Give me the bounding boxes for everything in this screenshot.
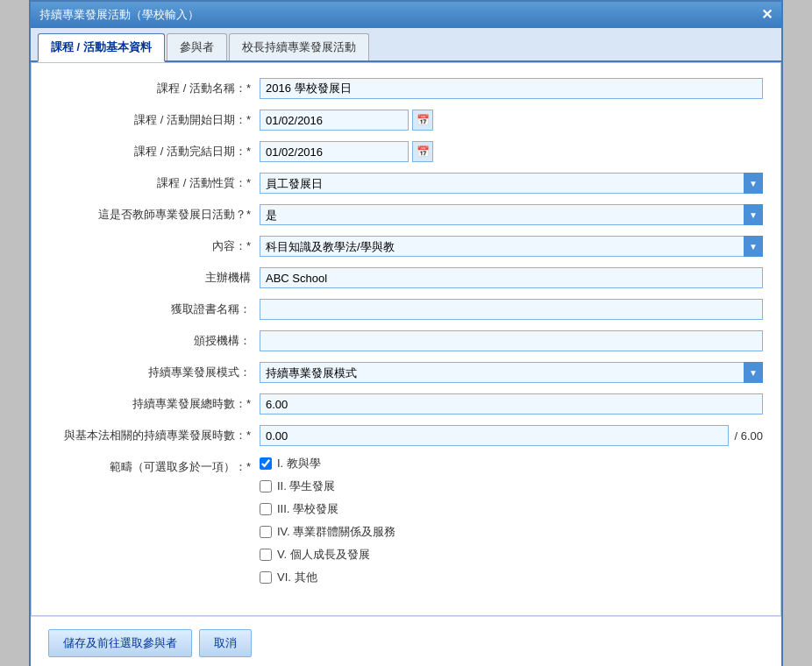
org-label: 主辦機構 — [49, 270, 260, 286]
row-category: 範疇（可選取多於一項）：* I. 教與學 II. 學生發展 III. 學校發展 … — [49, 456, 763, 592]
cpd-mode-control: 持續專業發展模式 ▼ — [260, 362, 763, 383]
end-date-input[interactable] — [260, 141, 409, 162]
content-select[interactable]: 科目知識及教學法/學與教 — [260, 236, 763, 257]
category-checkbox-5[interactable] — [260, 549, 272, 561]
end-date-label: 課程 / 活動完結日期：* — [49, 144, 260, 159]
row-is-teacher: 這是否教師專業發展日活動？* 是 ▼ — [49, 203, 763, 226]
end-date-wrapper: 📅 — [260, 141, 763, 162]
cert-input[interactable] — [260, 299, 763, 320]
category-label-5: V. 個人成長及發展 — [277, 547, 370, 563]
nature-label: 課程 / 活動性質：* — [49, 175, 260, 191]
end-date-control: 📅 — [260, 141, 763, 162]
category-label-6: VI. 其他 — [277, 570, 317, 585]
category-row-2: II. 學生發展 — [260, 478, 763, 494]
granting-label: 頒授機構： — [49, 333, 260, 349]
content-control: 科目知識及教學法/學與教 ▼ — [260, 236, 763, 257]
row-start-date: 課程 / 活動開始日期：* 📅 — [49, 109, 763, 131]
category-checkbox-3[interactable] — [260, 503, 272, 515]
nature-select-wrapper: 員工發展日 ▼ — [260, 173, 763, 194]
content-label: 內容：* — [49, 238, 260, 254]
row-related-hours: 與基本法相關的持續專業發展時數：* / 6.00 — [49, 424, 763, 447]
is-teacher-select[interactable]: 是 — [260, 204, 763, 225]
granting-input[interactable] — [260, 330, 763, 351]
org-control — [260, 267, 763, 288]
related-hours-control: / 6.00 — [260, 425, 763, 446]
is-teacher-control: 是 ▼ — [260, 204, 763, 225]
total-hours-input[interactable] — [260, 393, 763, 414]
category-row-4: IV. 專業群體關係及服務 — [260, 524, 763, 540]
org-input[interactable] — [260, 267, 763, 288]
tab-basic[interactable]: 課程 / 活動基本資料 — [38, 33, 165, 62]
total-hours-control — [260, 393, 763, 414]
row-cert: 獲取證書名稱： — [49, 298, 763, 321]
total-hours-label: 持續專業發展總時數：* — [49, 396, 260, 412]
cancel-button[interactable]: 取消 — [199, 629, 252, 657]
save-button[interactable]: 儲存及前往選取參與者 — [48, 629, 192, 657]
cert-control — [260, 299, 763, 320]
tab-principal[interactable]: 校長持續專業發展活動 — [229, 33, 369, 60]
category-row-5: V. 個人成長及發展 — [260, 547, 763, 563]
button-bar: 儲存及前往選取參與者 取消 — [31, 616, 781, 666]
category-checkbox-2[interactable] — [260, 480, 272, 492]
name-control — [260, 78, 763, 99]
cpd-mode-select-wrapper: 持續專業發展模式 ▼ — [260, 362, 763, 383]
granting-control — [260, 330, 763, 351]
category-row-1: I. 教與學 — [260, 456, 763, 471]
row-name: 課程 / 活動名稱：* — [49, 77, 763, 100]
category-checkbox-4[interactable] — [260, 526, 272, 538]
category-checkbox-6[interactable] — [260, 571, 272, 584]
cert-label: 獲取證書名稱： — [49, 301, 260, 317]
category-control: I. 教與學 II. 學生發展 III. 學校發展 IV. 專業群體關係及服務 … — [260, 456, 763, 592]
row-total-hours: 持續專業發展總時數：* — [49, 393, 763, 415]
cpd-mode-label: 持續專業發展模式： — [49, 365, 260, 380]
nature-select[interactable]: 員工發展日 — [260, 173, 763, 194]
category-label: 範疇（可選取多於一項）：* — [49, 456, 260, 475]
category-row-6: VI. 其他 — [260, 570, 763, 585]
name-label: 課程 / 活動名稱：* — [49, 81, 260, 96]
tab-participants[interactable]: 參與者 — [167, 33, 227, 60]
is-teacher-label: 這是否教師專業發展日活動？* — [49, 207, 260, 223]
related-hours-total: / 6.00 — [734, 429, 763, 443]
close-button[interactable]: ✕ — [761, 8, 773, 22]
related-hours-input[interactable] — [260, 425, 729, 446]
row-cpd-mode: 持續專業發展模式： 持續專業發展模式 ▼ — [49, 361, 763, 384]
category-row-3: III. 學校發展 — [260, 501, 763, 517]
tab-bar: 課程 / 活動基本資料 參與者 校長持續專業發展活動 — [31, 28, 781, 62]
category-checkbox-1[interactable] — [260, 457, 272, 470]
row-nature: 課程 / 活動性質：* 員工發展日 ▼ — [49, 172, 763, 195]
name-input[interactable] — [260, 78, 763, 99]
row-content: 內容：* 科目知識及教學法/學與教 ▼ — [49, 235, 763, 258]
is-teacher-select-wrapper: 是 ▼ — [260, 204, 763, 225]
category-label-4: IV. 專業群體關係及服務 — [277, 524, 395, 540]
start-date-calendar-button[interactable]: 📅 — [412, 110, 433, 131]
start-date-input[interactable] — [260, 110, 409, 131]
nature-control: 員工發展日 ▼ — [260, 173, 763, 194]
dialog: 持續專業發展活動（學校輸入） ✕ 課程 / 活動基本資料 參與者 校長持續專業發… — [29, 0, 783, 666]
start-date-wrapper: 📅 — [260, 110, 763, 131]
end-date-calendar-button[interactable]: 📅 — [412, 141, 433, 162]
row-org: 主辦機構 — [49, 266, 763, 289]
dialog-title: 持續專業發展活動（學校輸入） — [39, 7, 199, 23]
cpd-mode-select[interactable]: 持續專業發展模式 — [260, 362, 763, 383]
hours-wrapper: / 6.00 — [260, 425, 763, 446]
form-content: 課程 / 活動名稱：* 課程 / 活動開始日期：* 📅 課程 / 活動完結日期：… — [31, 62, 781, 616]
row-granting: 頒授機構： — [49, 329, 763, 352]
row-end-date: 課程 / 活動完結日期：* 📅 — [49, 140, 763, 163]
category-label-1: I. 教與學 — [277, 456, 321, 471]
category-label-3: III. 學校發展 — [277, 501, 338, 517]
related-hours-label: 與基本法相關的持續專業發展時數：* — [49, 428, 260, 443]
start-date-label: 課程 / 活動開始日期：* — [49, 112, 260, 128]
start-date-control: 📅 — [260, 110, 763, 131]
dialog-titlebar: 持續專業發展活動（學校輸入） ✕ — [31, 2, 781, 28]
content-select-wrapper: 科目知識及教學法/學與教 ▼ — [260, 236, 763, 257]
category-label-2: II. 學生發展 — [277, 478, 335, 494]
